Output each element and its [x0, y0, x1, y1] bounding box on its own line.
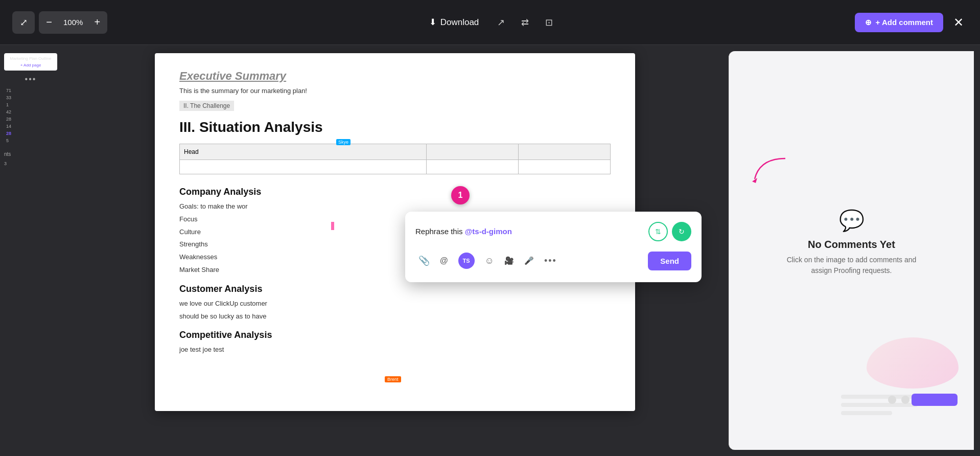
emoji-button[interactable]: ☺: [482, 253, 497, 269]
comment-marker-1[interactable]: 1: [451, 186, 470, 204]
table-cell-2: [519, 144, 611, 160]
mic-button[interactable]: 🎤: [521, 253, 537, 268]
skye-user-badge: Skye: [336, 139, 351, 145]
line-num-42: 42: [6, 109, 57, 115]
document-paper: Executive Summary This is the summary fo…: [155, 53, 635, 411]
download-label: Download: [440, 17, 479, 28]
line-num-28a: 28: [6, 117, 57, 122]
pink-deco-shape: [867, 337, 959, 389]
doc-exec-summary-text: This is the summary for our marketing pl…: [179, 87, 611, 95]
attachment-button[interactable]: 📎: [415, 252, 433, 269]
send-label: Send: [660, 257, 679, 265]
video-icon: 🎥: [504, 256, 514, 265]
line-num-71: 71: [6, 88, 57, 93]
comment-toolbar: 📎 @ TS ☺ 🎥: [415, 249, 691, 272]
main-area: Marketing Plan Outline + Add page ••• 71…: [0, 45, 980, 456]
comment-mention-tag: @ts-d-gimon: [465, 227, 512, 236]
ai-arrows-icon: ⇅: [655, 227, 661, 236]
table-row-1-col-2: [427, 160, 519, 174]
comment-ai-buttons: ⇅ ↻: [648, 222, 691, 241]
toolbar: ⤢ − 100% + ⬇ Download ↗ ⇄ ⊡ ⊕ + Add comm…: [0, 0, 980, 45]
sidebar-add-page[interactable]: + Add page: [6, 63, 55, 67]
sidebar-page-num-3: 3: [4, 161, 57, 166]
ai-rotate-icon: ↻: [679, 227, 685, 236]
comment-avatar: TS: [458, 253, 475, 269]
attachment-icon: 📎: [418, 255, 430, 266]
close-button[interactable]: ✕: [949, 11, 968, 34]
no-comments-icon: 💬: [839, 209, 865, 233]
document-area[interactable]: Executive Summary This is the summary fo…: [61, 45, 729, 456]
line-num-28b: 28: [6, 131, 57, 136]
toolbar-left-group: ⤢ − 100% +: [12, 11, 107, 34]
doc-customer-analysis-title: Customer Analysis: [179, 284, 611, 294]
table-row-1-col-1: [180, 160, 427, 174]
doc-customer-text-2: should be so lucky as to have: [179, 311, 611, 322]
left-sidebar: Marketing Plan Outline + Add page ••• 71…: [0, 45, 61, 456]
sidebar-section-label: nts: [4, 151, 57, 157]
more-options-icon: ⊡: [545, 17, 553, 28]
comment-text-container: Rephrase this @ts-d-gimon: [415, 227, 642, 236]
zoom-value-label: 100%: [59, 18, 87, 27]
download-button[interactable]: ⬇ Download: [423, 13, 485, 32]
brent-user-badge: Brent: [385, 376, 401, 382]
emoji-icon: ☺: [485, 256, 494, 266]
deco-dot-1: [888, 396, 896, 404]
add-comment-button[interactable]: ⊕ + Add comment: [855, 13, 943, 32]
doc-exec-summary-title: Executive Summary: [179, 70, 611, 83]
download-icon: ⬇: [429, 17, 436, 28]
mic-icon: 🎤: [524, 256, 534, 265]
send-button[interactable]: Send: [648, 252, 691, 270]
line-num-5: 5: [6, 138, 57, 143]
video-button[interactable]: 🎥: [501, 253, 517, 268]
sidebar-more-dots[interactable]: •••: [4, 75, 57, 84]
sidebar-line-numbers: 71 33 1 42 28 14 28 5: [4, 88, 57, 143]
deco-dot-2: [901, 396, 909, 404]
deco-purple-bar: [912, 394, 958, 406]
doc-competitive-analysis-title: Competitive Analysis: [179, 330, 611, 340]
ai-generate-button[interactable]: ↻: [672, 222, 691, 241]
add-comment-plus-icon: ⊕: [865, 18, 872, 27]
comment-number: 1: [458, 191, 463, 200]
arrow-decoration: [750, 153, 790, 184]
doc-company-goals: Goals: to make the wor: [179, 201, 611, 212]
more-options-button[interactable]: ⊡: [541, 13, 557, 32]
line-num-33: 33: [6, 95, 57, 100]
line-num-14: 14: [6, 124, 57, 129]
zoom-in-button[interactable]: +: [87, 11, 107, 34]
toolbar-right-group: ⊕ + Add comment ✕: [855, 11, 968, 34]
line-num-1: 1: [6, 102, 57, 107]
close-icon: ✕: [953, 15, 964, 29]
comment-prefix-text: Rephrase this: [415, 227, 465, 236]
comment-more-icon: •••: [544, 256, 557, 266]
comment-input-row: Rephrase this @ts-d-gimon ⇅ ↻: [415, 222, 691, 241]
doc-customer-text-1: we love our ClickUp customer: [179, 299, 611, 309]
doc-section-ii-label: II. The Challenge: [179, 101, 234, 111]
pink-cursor-marker: [331, 222, 334, 230]
doc-table: Head: [179, 144, 611, 174]
zoom-group: − 100% +: [39, 11, 107, 34]
avatar-button[interactable]: TS: [455, 249, 478, 272]
no-comments-title: No Comments Yet: [808, 239, 895, 250]
expand-button[interactable]: ⤢: [12, 11, 35, 34]
ai-rephrase-button[interactable]: ⇅: [648, 222, 668, 241]
table-cell-1: [427, 144, 519, 160]
add-comment-label: + Add comment: [876, 18, 933, 27]
sidebar-thumbnail[interactable]: Marketing Plan Outline + Add page: [4, 53, 57, 71]
open-new-tab-icon: ↗: [497, 17, 505, 28]
share-button[interactable]: ⇄: [517, 13, 533, 32]
deco-line-3: [841, 411, 892, 415]
share-icon: ⇄: [521, 17, 529, 28]
doc-company-analysis-title: Company Analysis: [179, 187, 611, 197]
open-new-tab-button[interactable]: ↗: [493, 13, 509, 32]
comment-popup: Rephrase this @ts-d-gimon ⇅ ↻ �: [405, 212, 702, 282]
comment-more-button[interactable]: •••: [541, 253, 560, 269]
zoom-out-button[interactable]: −: [39, 11, 59, 34]
no-comments-description: Click on the image to add comments and a…: [780, 255, 923, 276]
toolbar-center-group: ⬇ Download ↗ ⇄ ⊡: [423, 13, 557, 32]
table-row-1-col-3: [519, 160, 611, 174]
table-header-cell: Head: [180, 144, 427, 160]
mention-button[interactable]: @: [437, 253, 451, 268]
no-comments-container: 💬 No Comments Yet Click on the image to …: [780, 209, 923, 292]
right-panel: 💬 No Comments Yet Click on the image to …: [729, 51, 974, 450]
at-icon: @: [440, 256, 448, 265]
